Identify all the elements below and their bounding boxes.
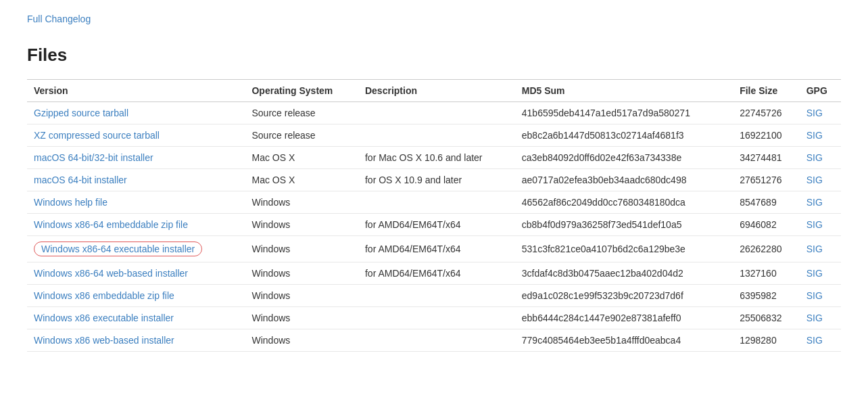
- description-cell: [358, 307, 515, 329]
- version-cell: Windows x86 embeddable zip file: [27, 285, 245, 307]
- md5-cell: cb8b4f0d979a36258f73ed541def10a5: [515, 214, 733, 236]
- gpg-cell: SIG: [800, 102, 841, 124]
- col-header-md5: MD5 Sum: [515, 80, 733, 102]
- full-changelog-link[interactable]: Full Changelog: [27, 14, 91, 24]
- version-link[interactable]: Windows x86-64 embeddable zip file: [34, 219, 188, 230]
- version-link[interactable]: XZ compressed source tarball: [34, 130, 160, 141]
- sig-link[interactable]: SIG: [806, 175, 823, 185]
- sig-link[interactable]: SIG: [806, 335, 823, 346]
- version-cell: Windows help file: [27, 191, 245, 214]
- sig-link[interactable]: SIG: [806, 219, 823, 230]
- md5-cell: eb8c2a6b1447d50813c02714af4681f3: [515, 124, 733, 147]
- md5-cell: 46562af86c2049dd0cc7680348180dca: [515, 191, 733, 214]
- version-link[interactable]: macOS 64-bit installer: [34, 175, 127, 185]
- table-row: macOS 64-bit/32-bit installerMac OS Xfor…: [27, 147, 841, 169]
- version-cell: Windows x86-64 web-based installer: [27, 262, 245, 285]
- gpg-cell: SIG: [800, 147, 841, 169]
- os-cell: Windows: [245, 285, 358, 307]
- filesize-cell: 6395982: [733, 285, 800, 307]
- os-cell: Windows: [245, 329, 358, 352]
- description-cell: [358, 329, 515, 352]
- version-cell: Windows x86-64 embeddable zip file: [27, 214, 245, 236]
- col-header-gpg: GPG: [800, 80, 841, 102]
- gpg-cell: SIG: [800, 124, 841, 147]
- version-cell: Windows x86 web-based installer: [27, 329, 245, 352]
- sig-link[interactable]: SIG: [806, 313, 823, 323]
- sig-link[interactable]: SIG: [806, 130, 823, 141]
- col-header-version: Version: [27, 80, 245, 102]
- md5-cell: 531c3fc821ce0a4107b6d2c6a129be3e: [515, 236, 733, 262]
- os-cell: Source release: [245, 102, 358, 124]
- filesize-cell: 6946082: [733, 214, 800, 236]
- table-header-row: Version Operating System Description MD5…: [27, 80, 841, 102]
- gpg-cell: SIG: [800, 236, 841, 262]
- col-header-description: Description: [358, 80, 515, 102]
- table-row: XZ compressed source tarballSource relea…: [27, 124, 841, 147]
- gpg-cell: SIG: [800, 214, 841, 236]
- version-link[interactable]: Windows x86 web-based installer: [34, 335, 174, 346]
- description-cell: [358, 285, 515, 307]
- sig-link[interactable]: SIG: [806, 108, 823, 118]
- table-row: Windows help fileWindows46562af86c2049dd…: [27, 191, 841, 214]
- filesize-cell: 22745726: [733, 102, 800, 124]
- md5-cell: ae0717a02efea3b0eb34aadc680dc498: [515, 169, 733, 191]
- md5-cell: 779c4085464eb3ee5b1a4fffd0eabca4: [515, 329, 733, 352]
- table-row: Windows x86-64 web-based installerWindow…: [27, 262, 841, 285]
- table-row: Windows x86 embeddable zip fileWindowsed…: [27, 285, 841, 307]
- version-cell: Gzipped source tarball: [27, 102, 245, 124]
- table-row: Windows x86 executable installerWindowse…: [27, 307, 841, 329]
- gpg-cell: SIG: [800, 262, 841, 285]
- filesize-cell: 1327160: [733, 262, 800, 285]
- gpg-cell: SIG: [800, 285, 841, 307]
- md5-cell: ed9a1c028c1e99f5323b9c20723d7d6f: [515, 285, 733, 307]
- version-cell: macOS 64-bit installer: [27, 169, 245, 191]
- sig-link[interactable]: SIG: [806, 290, 823, 301]
- files-section-title: Files: [27, 45, 841, 66]
- filesize-cell: 27651276: [733, 169, 800, 191]
- sig-link[interactable]: SIG: [806, 197, 823, 208]
- version-link[interactable]: Gzipped source tarball: [34, 108, 128, 118]
- table-row: Windows x86-64 embeddable zip fileWindow…: [27, 214, 841, 236]
- md5-cell: ca3eb84092d0ff6d02e42f63a734338e: [515, 147, 733, 169]
- description-cell: [358, 191, 515, 214]
- os-cell: Windows: [245, 262, 358, 285]
- version-link[interactable]: Windows x86-64 executable installer: [34, 242, 202, 256]
- os-cell: Mac OS X: [245, 147, 358, 169]
- sig-link[interactable]: SIG: [806, 244, 823, 254]
- md5-cell: ebb6444c284c1447e902e87381afeff0: [515, 307, 733, 329]
- version-link[interactable]: Windows x86 executable installer: [34, 313, 174, 323]
- os-cell: Windows: [245, 307, 358, 329]
- version-link[interactable]: Windows x86-64 web-based installer: [34, 268, 188, 279]
- filesize-cell: 8547689: [733, 191, 800, 214]
- gpg-cell: SIG: [800, 329, 841, 352]
- gpg-cell: SIG: [800, 307, 841, 329]
- filesize-cell: 26262280: [733, 236, 800, 262]
- os-cell: Source release: [245, 124, 358, 147]
- os-cell: Windows: [245, 214, 358, 236]
- os-cell: Windows: [245, 191, 358, 214]
- sig-link[interactable]: SIG: [806, 268, 823, 279]
- gpg-cell: SIG: [800, 191, 841, 214]
- os-cell: Mac OS X: [245, 169, 358, 191]
- version-link[interactable]: Windows x86 embeddable zip file: [34, 290, 174, 301]
- sig-link[interactable]: SIG: [806, 152, 823, 163]
- filesize-cell: 16922100: [733, 124, 800, 147]
- os-cell: Windows: [245, 236, 358, 262]
- filesize-cell: 34274481: [733, 147, 800, 169]
- description-cell: for Mac OS X 10.6 and later: [358, 147, 515, 169]
- filesize-cell: 1298280: [733, 329, 800, 352]
- files-table: Version Operating System Description MD5…: [27, 79, 841, 352]
- description-cell: [358, 124, 515, 147]
- filesize-cell: 25506832: [733, 307, 800, 329]
- table-row: Windows x86 web-based installerWindows77…: [27, 329, 841, 352]
- version-link[interactable]: macOS 64-bit/32-bit installer: [34, 152, 153, 163]
- col-header-filesize: File Size: [733, 80, 800, 102]
- description-cell: [358, 102, 515, 124]
- md5-cell: 3cfdaf4c8d3b0475aaec12ba402d04d2: [515, 262, 733, 285]
- description-cell: for AMD64/EM64T/x64: [358, 262, 515, 285]
- version-link[interactable]: Windows help file: [34, 197, 107, 208]
- version-cell: XZ compressed source tarball: [27, 124, 245, 147]
- table-row: Windows x86-64 executable installerWindo…: [27, 236, 841, 262]
- version-cell: macOS 64-bit/32-bit installer: [27, 147, 245, 169]
- description-cell: for OS X 10.9 and later: [358, 169, 515, 191]
